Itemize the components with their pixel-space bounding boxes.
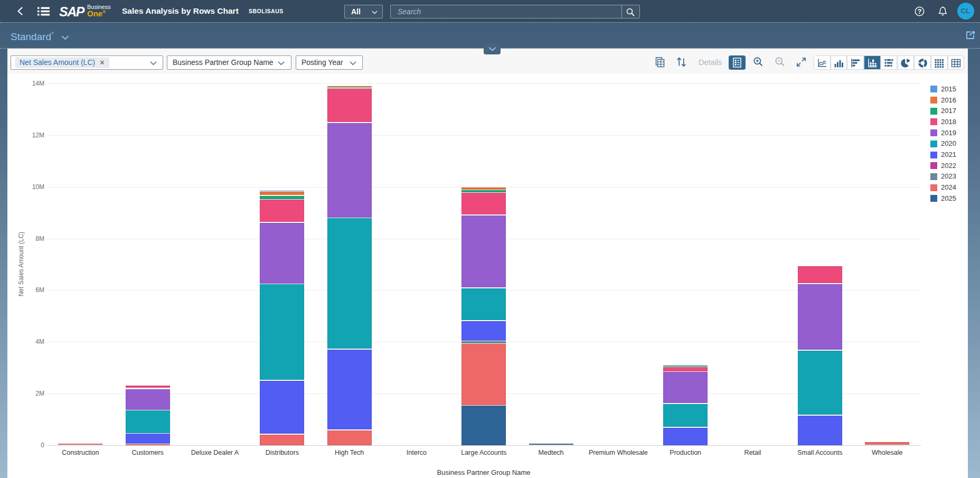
svg-text:?: ? [918, 7, 922, 15]
